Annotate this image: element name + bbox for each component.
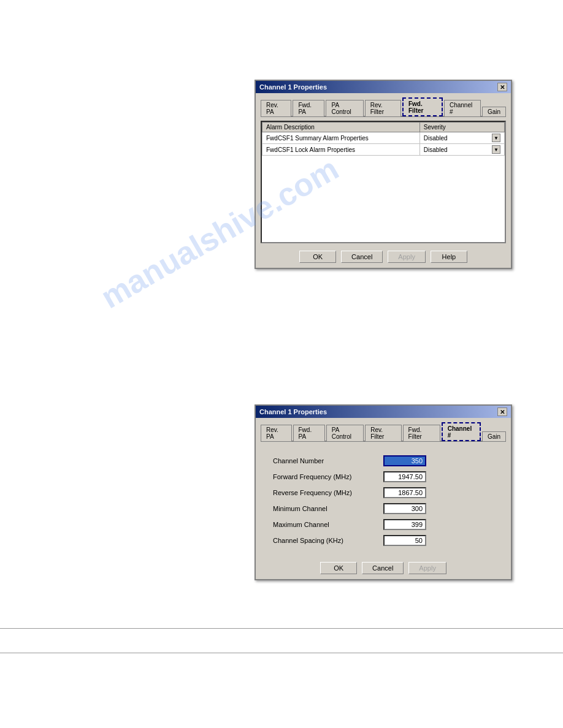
tab2-rev-filter[interactable]: Rev. Filter [365,425,401,441]
table-row: FwdCSF1 Summary Alarm Properties Disable… [262,132,505,144]
table-row: FwdCSF1 Lock Alarm Properties Disabled ▼ [262,144,505,156]
dialog-2-tab-strip: Rev. PA Fwd. PA PA Control Rev. Filter F… [261,422,506,442]
input-rev-freq[interactable] [383,487,426,498]
field-row-channel-spacing: Channel Spacing (KHz) [273,535,494,546]
tab-rev-pa[interactable]: Rev. PA [261,100,291,116]
apply-button[interactable]: Apply [388,251,426,263]
label-rev-freq: Reverse Frequency (MHz) [273,489,383,496]
ok-button-2[interactable]: OK [320,562,357,574]
alarm-desc-2: FwdCSF1 Lock Alarm Properties [262,144,420,156]
dialog-1: Channel 1 Properties ✕ Rev. PA Fwd. PA P… [255,80,512,269]
tab2-channel-num[interactable]: Channel # [442,422,481,441]
tab-pa-control[interactable]: PA Control [326,100,363,116]
field-row-max-channel: Maximum Channel [273,519,494,530]
severity-dropdown-1[interactable]: ▼ [492,134,500,142]
dialog-1-body: Rev. PA Fwd. PA PA Control Rev. Filter F… [256,93,511,268]
tab-gain[interactable]: Gain [482,107,506,116]
alarm-desc-1: FwdCSF1 Summary Alarm Properties [262,132,420,144]
alarm-severity-2[interactable]: Disabled ▼ [419,144,504,156]
hline-1 [0,628,563,629]
alarm-severity-1[interactable]: Disabled ▼ [419,132,504,144]
input-channel-spacing[interactable] [383,535,426,546]
dialog-1-titlebar: Channel 1 Properties ✕ [256,81,511,93]
tab-fwd-filter[interactable]: Fwd. Filter [402,97,443,116]
tab2-fwd-pa[interactable]: Fwd. PA [293,425,325,441]
alarm-table: Alarm Description Severity FwdCSF1 Summa… [262,122,505,156]
alarm-table-container: Alarm Description Severity FwdCSF1 Summa… [261,121,506,243]
col-severity: Severity [419,123,504,132]
input-fwd-freq[interactable] [383,471,426,482]
input-channel-number[interactable] [383,455,426,466]
help-button[interactable]: Help [431,251,467,263]
dialog-2-close-button[interactable]: ✕ [497,408,507,416]
dialog-1-tab-strip: Rev. PA Fwd. PA PA Control Rev. Filter F… [261,97,506,117]
field-row-fwd-freq: Forward Frequency (MHz) [273,471,494,482]
tab2-pa-control[interactable]: PA Control [326,425,364,441]
label-min-channel: Minimum Channel [273,505,383,512]
label-max-channel: Maximum Channel [273,521,383,528]
dialog-2-form: Channel Number Forward Frequency (MHz) R… [261,446,506,557]
tab2-gain[interactable]: Gain [482,431,506,441]
hline-2 [0,653,563,653]
dialog-2-title: Channel 1 Properties [259,408,327,415]
ok-button[interactable]: OK [299,251,336,263]
col-alarm-description: Alarm Description [262,123,420,132]
cancel-button[interactable]: Cancel [341,251,383,263]
cancel-button-2[interactable]: Cancel [362,562,404,574]
field-row-rev-freq: Reverse Frequency (MHz) [273,487,494,498]
dialog-2-titlebar: Channel 1 Properties ✕ [256,406,511,418]
field-row-channel-number: Channel Number [273,455,494,466]
tab-fwd-pa[interactable]: Fwd. PA [293,100,324,116]
tab2-fwd-filter[interactable]: Fwd. Filter [403,425,440,441]
field-row-min-channel: Minimum Channel [273,503,494,514]
dialog-1-title: Channel 1 Properties [259,83,327,91]
tab-channel-num[interactable]: Channel # [444,100,481,116]
tab-rev-filter[interactable]: Rev. Filter [365,100,401,116]
apply-button-2[interactable]: Apply [408,562,446,574]
label-channel-number: Channel Number [273,457,383,464]
input-min-channel[interactable] [383,503,426,514]
label-fwd-freq: Forward Frequency (MHz) [273,473,383,480]
dialog-1-close-button[interactable]: ✕ [497,83,507,91]
dialog-1-button-row: OK Cancel Apply Help [261,248,506,263]
tab2-rev-pa[interactable]: Rev. PA [261,425,292,441]
dialog-2-button-row: OK Cancel Apply [261,559,506,574]
dialog-2-body: Rev. PA Fwd. PA PA Control Rev. Filter F… [256,418,511,579]
dialog-2: Channel 1 Properties ✕ Rev. PA Fwd. PA P… [255,404,512,580]
severity-dropdown-2[interactable]: ▼ [492,145,500,154]
input-max-channel[interactable] [383,519,426,530]
label-channel-spacing: Channel Spacing (KHz) [273,537,383,544]
